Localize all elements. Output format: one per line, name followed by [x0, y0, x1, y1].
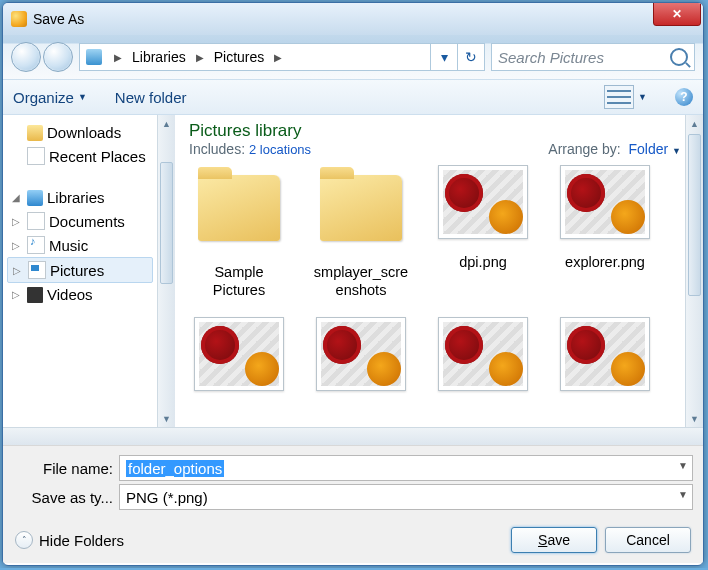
- scroll-thumb[interactable]: [160, 162, 173, 284]
- scroll-up-icon[interactable]: ▲: [158, 115, 175, 132]
- expand-icon[interactable]: ▷: [10, 265, 24, 276]
- save-button[interactable]: Save: [511, 527, 597, 553]
- chevron-down-icon[interactable]: ▼: [678, 489, 688, 500]
- includes-label: Includes:: [189, 141, 245, 157]
- documents-icon: [27, 212, 45, 230]
- expand-icon[interactable]: ▷: [9, 289, 23, 300]
- chevron-right-icon[interactable]: ▶: [190, 52, 210, 63]
- image-thumbnail: [438, 165, 528, 239]
- expand-icon[interactable]: ▷: [9, 240, 23, 251]
- chevron-right-icon[interactable]: ▶: [268, 52, 288, 63]
- folder-item[interactable]: Sample Pictures: [189, 165, 289, 299]
- horizontal-scrollbar[interactable]: [3, 427, 703, 445]
- sidebar-item-documents[interactable]: ▷ Documents: [7, 209, 157, 233]
- sidebar: Downloads Recent Places ◢ Libraries ▷ Do…: [3, 115, 157, 427]
- filetype-select[interactable]: PNG (*.png) ▼: [119, 484, 693, 510]
- save-as-dialog: Save As ✕ ▶ Libraries ▶ Pictures ▶ ▾ ↻ S…: [2, 2, 704, 566]
- chevron-up-icon: ˄: [15, 531, 33, 549]
- filename-label: File name:: [13, 460, 119, 477]
- items-grid[interactable]: Sample Pictures smplayer_screenshots dpi…: [189, 165, 681, 405]
- image-thumbnail: [316, 317, 406, 391]
- folder-icon: [320, 175, 402, 241]
- nav-row: ▶ Libraries ▶ Pictures ▶ ▾ ↻ Search Pict…: [3, 35, 703, 79]
- footer: ˄ Hide Folders Save Cancel: [3, 517, 703, 563]
- file-item[interactable]: [189, 317, 289, 405]
- app-icon: [11, 11, 27, 27]
- scroll-down-icon[interactable]: ▼: [158, 410, 175, 427]
- scroll-down-icon[interactable]: ▼: [686, 410, 703, 427]
- sidebar-scrollbar[interactable]: ▲ ▼: [157, 115, 175, 427]
- image-thumbnail: [560, 317, 650, 391]
- breadcrumb-dropdown[interactable]: ▾: [430, 44, 457, 70]
- file-item[interactable]: explorer.png: [555, 165, 655, 299]
- refresh-button[interactable]: ↻: [457, 44, 484, 70]
- breadcrumb[interactable]: ▶ Libraries ▶ Pictures ▶ ▾ ↻: [79, 43, 485, 71]
- library-title: Pictures library: [189, 121, 311, 141]
- chevron-down-icon: ▼: [672, 146, 681, 156]
- recent-icon: [27, 147, 45, 165]
- cancel-button[interactable]: Cancel: [605, 527, 691, 553]
- filetype-label: Save as ty...: [13, 489, 119, 506]
- file-item[interactable]: dpi.png: [433, 165, 533, 299]
- chevron-down-icon[interactable]: ▼: [678, 460, 688, 471]
- arrange-by-menu[interactable]: Arrange by: Folder ▼: [548, 141, 681, 157]
- collapse-icon[interactable]: ◢: [9, 192, 23, 203]
- image-thumbnail: [560, 165, 650, 239]
- breadcrumb-item[interactable]: Pictures: [210, 49, 269, 65]
- sidebar-item-music[interactable]: ▷ Music: [7, 233, 157, 257]
- image-thumbnail: [194, 317, 284, 391]
- includes-link[interactable]: 2 locations: [249, 142, 311, 157]
- chevron-down-icon: ▼: [638, 92, 647, 102]
- back-button[interactable]: [11, 42, 41, 72]
- sidebar-item-libraries[interactable]: ◢ Libraries: [7, 186, 157, 209]
- folder-icon: [198, 175, 280, 241]
- file-item[interactable]: [555, 317, 655, 405]
- content-scrollbar[interactable]: ▲ ▼: [685, 115, 703, 427]
- help-button[interactable]: ?: [675, 88, 693, 106]
- close-icon: ✕: [672, 7, 682, 21]
- close-button[interactable]: ✕: [653, 2, 701, 26]
- new-folder-button[interactable]: New folder: [115, 89, 187, 106]
- videos-icon: [27, 287, 43, 303]
- view-icon: [604, 85, 634, 109]
- libraries-icon: [27, 190, 43, 206]
- file-item[interactable]: [311, 317, 411, 405]
- window-title: Save As: [33, 11, 84, 27]
- sidebar-item-videos[interactable]: ▷ Videos: [7, 283, 157, 306]
- file-item[interactable]: [433, 317, 533, 405]
- music-icon: [27, 236, 45, 254]
- location-icon: [86, 49, 102, 65]
- scroll-up-icon[interactable]: ▲: [686, 115, 703, 132]
- folder-icon: [27, 125, 43, 141]
- folder-item[interactable]: smplayer_screenshots: [311, 165, 411, 299]
- scroll-thumb[interactable]: [688, 134, 701, 296]
- breadcrumb-item[interactable]: Libraries: [128, 49, 190, 65]
- pictures-icon: [28, 261, 46, 279]
- sidebar-item-downloads[interactable]: Downloads: [7, 121, 157, 144]
- toolbar: Organize ▼ New folder ▼ ?: [3, 79, 703, 115]
- title-bar[interactable]: Save As ✕: [3, 3, 703, 35]
- forward-button[interactable]: [43, 42, 73, 72]
- expand-icon[interactable]: ▷: [9, 216, 23, 227]
- chevron-down-icon: ▼: [78, 92, 87, 102]
- search-placeholder: Search Pictures: [498, 49, 604, 66]
- sidebar-item-pictures[interactable]: ▷ Pictures: [7, 257, 153, 283]
- chevron-right-icon[interactable]: ▶: [108, 52, 128, 63]
- image-thumbnail: [438, 317, 528, 391]
- form-area: File name: folder_options ▼ Save as ty..…: [3, 445, 703, 517]
- hide-folders-button[interactable]: ˄ Hide Folders: [15, 531, 124, 549]
- view-menu[interactable]: ▼: [604, 85, 647, 109]
- search-input[interactable]: Search Pictures: [491, 43, 695, 71]
- filename-input[interactable]: folder_options ▼: [119, 455, 693, 481]
- sidebar-item-recent[interactable]: Recent Places: [7, 144, 157, 168]
- search-icon: [670, 48, 688, 66]
- content-pane: Pictures library Includes: 2 locations A…: [175, 115, 685, 427]
- organize-menu[interactable]: Organize ▼: [13, 89, 87, 106]
